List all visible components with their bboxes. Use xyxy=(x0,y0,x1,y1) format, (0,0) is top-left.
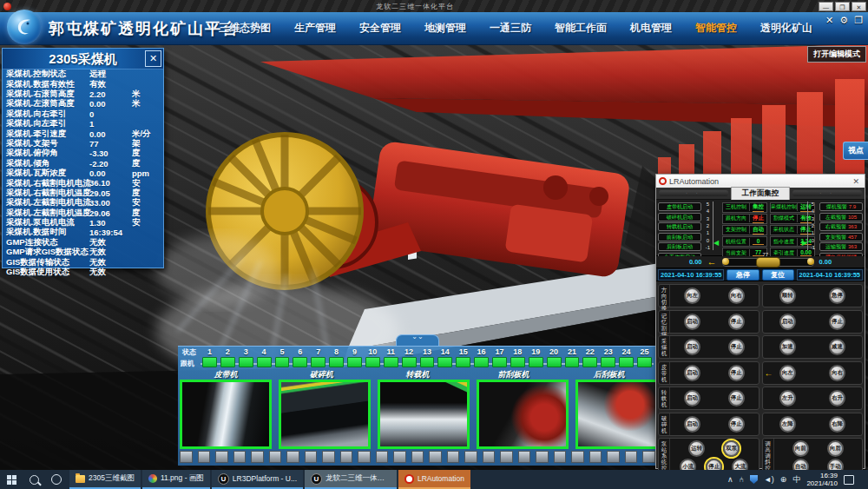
mini-thumb[interactable] xyxy=(376,451,389,463)
menu-item-8[interactable]: 透明化矿山 xyxy=(760,21,812,36)
tool-close-icon[interactable]: ✕ xyxy=(825,15,833,26)
support-status-square[interactable] xyxy=(347,357,362,367)
tool-restore-icon[interactable]: ❐ xyxy=(854,15,863,26)
support-status-square[interactable] xyxy=(311,357,326,367)
mini-thumb[interactable] xyxy=(642,451,655,463)
start-button-0[interactable]: 皮带机启动 xyxy=(658,202,701,211)
camera-thumbnail-1[interactable] xyxy=(279,380,371,449)
lra-close-icon[interactable]: ✕ xyxy=(850,177,862,186)
support-status-square[interactable] xyxy=(582,357,597,367)
round-button-右升[interactable]: 右升 xyxy=(829,390,845,406)
mini-thumb[interactable] xyxy=(269,451,282,463)
round-button-双泵[interactable]: 双泵 xyxy=(723,440,740,457)
camera-thumbnail-4[interactable] xyxy=(575,380,657,449)
mini-thumb[interactable] xyxy=(215,451,228,463)
round-button-向右[interactable]: 向右 xyxy=(728,287,745,304)
mini-thumb[interactable] xyxy=(518,451,531,463)
mini-thumb[interactable] xyxy=(411,451,424,463)
round-button-启动[interactable]: 启动 xyxy=(684,416,700,433)
search-icon[interactable] xyxy=(23,470,45,489)
menu-item-2[interactable]: 安全管理 xyxy=(359,21,401,36)
alarm-button-0[interactable]: 煤机预警7.9 xyxy=(819,202,863,211)
mini-thumb[interactable] xyxy=(233,451,247,463)
maximize-button[interactable]: ❐ xyxy=(835,2,850,11)
taskbar-item-0[interactable]: 2305三维截图 xyxy=(69,470,141,489)
minimize-button[interactable]: — xyxy=(819,2,833,11)
support-status-square[interactable] xyxy=(220,357,235,367)
round-button-停止[interactable]: 停止 xyxy=(829,314,845,330)
usb-icon[interactable]: ⑃ xyxy=(740,475,744,484)
reset-button[interactable]: 复位 xyxy=(762,269,794,281)
camera-thumbnail-2[interactable] xyxy=(378,380,470,449)
camera-thumbnail-3[interactable] xyxy=(477,380,569,449)
support-status-square[interactable] xyxy=(492,357,507,367)
mini-thumb[interactable] xyxy=(464,451,477,463)
dock-collapse-tab[interactable]: ⌄⌄ xyxy=(396,334,439,347)
round-button-停止[interactable]: 停止 xyxy=(728,365,745,381)
support-status-square[interactable] xyxy=(384,357,398,367)
support-status-square[interactable] xyxy=(474,357,489,367)
start-button[interactable] xyxy=(0,470,23,489)
mini-thumb[interactable] xyxy=(305,451,318,463)
mini-thumb[interactable] xyxy=(554,451,567,463)
support-status-square[interactable] xyxy=(329,357,344,367)
support-status-square[interactable] xyxy=(293,357,307,367)
mini-thumb[interactable] xyxy=(483,451,496,463)
tab-workface-control[interactable]: 工作面集控 xyxy=(731,187,791,201)
round-button-向左[interactable]: 向左 xyxy=(684,287,700,304)
support-status-square[interactable] xyxy=(529,357,543,367)
start-button-2[interactable]: 转载机启动 xyxy=(658,222,701,231)
round-button-顺转[interactable]: 顺转 xyxy=(779,287,796,304)
menu-item-0[interactable]: 三维态势图 xyxy=(219,21,271,36)
taskbar-item-2[interactable]: ULR3DPlatform - U... xyxy=(212,470,303,489)
mini-thumb[interactable] xyxy=(393,451,406,463)
start-button-1[interactable]: 破碎机启动 xyxy=(658,213,701,221)
taskbar-item-1[interactable]: 11.png - 画图 xyxy=(142,470,210,489)
mini-thumb[interactable] xyxy=(429,451,442,463)
viewpoint-tab[interactable]: 视点 xyxy=(843,142,868,160)
round-button-急停[interactable]: 急停 xyxy=(829,287,845,304)
round-button-右降[interactable]: 右降 xyxy=(829,416,845,433)
round-button-启动[interactable]: 启动 xyxy=(684,339,700,355)
ime-indicator[interactable]: 中 xyxy=(792,475,800,484)
round-button-启动[interactable]: 启动 xyxy=(684,365,700,381)
round-button-启动[interactable]: 启动 xyxy=(684,314,700,330)
support-status-square[interactable] xyxy=(202,357,217,367)
camera-thumbnail-0[interactable] xyxy=(180,380,272,449)
support-status-square[interactable] xyxy=(637,357,652,367)
network-icon[interactable]: ⊕ xyxy=(780,475,787,484)
mini-thumb[interactable] xyxy=(447,451,460,463)
security-shield-icon[interactable] xyxy=(750,475,758,484)
round-button-向左[interactable]: 向左 xyxy=(779,365,796,381)
alarm-button-1[interactable]: 左截预警105 xyxy=(819,213,863,221)
taskbar-item-3[interactable]: U龙软二三维一体化... xyxy=(305,470,397,489)
panel-close-icon[interactable]: ✕ xyxy=(145,50,161,67)
support-status-square[interactable] xyxy=(601,357,615,367)
shearer-position-slider[interactable]: 77 xyxy=(722,258,814,267)
round-button-停止[interactable]: 停止 xyxy=(728,416,745,433)
menu-item-3[interactable]: 地测管理 xyxy=(424,21,466,36)
mini-thumb[interactable] xyxy=(358,451,371,463)
support-status-square[interactable] xyxy=(420,357,435,367)
mini-thumb[interactable] xyxy=(180,451,193,463)
taskbar-item-4[interactable]: LRAutomation xyxy=(398,470,470,489)
round-button-向前[interactable]: 向前 xyxy=(792,440,809,457)
volume-icon[interactable]: ◄) xyxy=(764,475,774,484)
open-edit-mode-button[interactable]: 打开编辑模式 xyxy=(807,46,866,63)
estop-button[interactable]: 急停 xyxy=(727,269,759,281)
mini-thumb[interactable] xyxy=(536,451,549,463)
support-status-square[interactable] xyxy=(402,357,417,367)
task-view-icon[interactable] xyxy=(45,470,68,489)
alarm-button-2[interactable]: 右截预警363 xyxy=(819,222,863,231)
support-status-square[interactable] xyxy=(565,357,580,367)
mini-thumb[interactable] xyxy=(589,451,602,463)
mini-thumb[interactable] xyxy=(607,451,620,463)
support-status-square[interactable] xyxy=(239,357,253,367)
round-button-左升[interactable]: 左升 xyxy=(779,390,796,406)
support-status-square[interactable] xyxy=(257,357,272,367)
start-button-3[interactable]: 前刮板启动 xyxy=(658,233,701,241)
round-button-加速[interactable]: 加速 xyxy=(779,339,796,355)
alarm-button-4[interactable]: 运输预警363 xyxy=(819,242,863,251)
action-center-icon[interactable] xyxy=(844,475,854,485)
support-status-square[interactable] xyxy=(510,357,525,367)
